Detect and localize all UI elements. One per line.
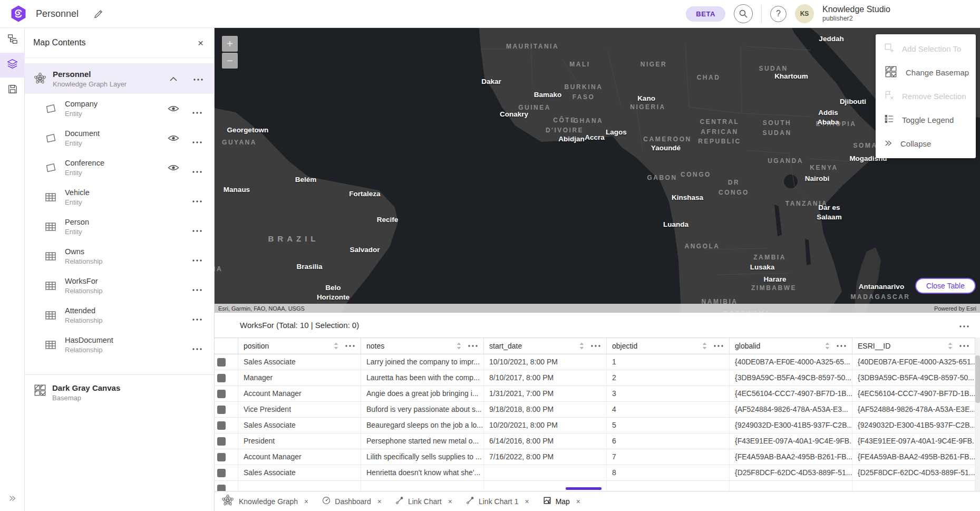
close-tab-icon[interactable]: × (304, 498, 308, 505)
layer-row-vehicle[interactable]: VehicleEntity (25, 182, 214, 212)
row-checkbox[interactable] (217, 406, 226, 414)
table-row[interactable]: Sales AssociateHenrietta doesn't know wh… (215, 465, 975, 481)
scrollbar-thumb[interactable] (975, 355, 980, 403)
search-button[interactable] (734, 4, 753, 23)
map-canvas[interactable]: MAURITANIAMALINIGERCHADSUDANBURKINA FASO… (215, 28, 980, 313)
sort-icon[interactable] (948, 342, 953, 350)
tab-map[interactable]: Map× (543, 496, 580, 507)
help-button[interactable]: ? (770, 6, 787, 22)
layer-row-owns[interactable]: OwnsRelationship (25, 242, 214, 271)
avatar[interactable]: KS (795, 4, 814, 23)
column-header-esri__id[interactable]: ESRI__ID (852, 338, 975, 354)
close-panel-icon[interactable]: × (198, 38, 203, 48)
layer-row-conference[interactable]: ConferenceEntity (25, 153, 214, 182)
table-header-row: positionnotesstart_dateobjectidglobalidE… (215, 338, 975, 354)
column-menu-icon[interactable] (836, 344, 847, 348)
column-header-notes[interactable]: notes (361, 338, 484, 354)
table-row[interactable]: Vice PresidentBuford is very passionate … (215, 402, 975, 418)
zoom-in-button[interactable]: + (222, 36, 238, 52)
column-menu-icon[interactable] (959, 344, 969, 348)
sort-icon[interactable] (825, 342, 830, 350)
layer-options-icon[interactable] (192, 255, 202, 264)
sort-icon[interactable] (334, 342, 338, 350)
table-row[interactable]: Account ManagerAngie does a great job br… (215, 386, 975, 402)
sort-icon[interactable] (579, 342, 584, 350)
zoom-out-button[interactable]: − (222, 53, 238, 69)
close-tab-icon[interactable]: × (576, 498, 580, 505)
rail-item-project[interactable] (0, 28, 25, 53)
layer-options-icon[interactable] (192, 284, 202, 294)
menu-item-change-basemap[interactable]: Change Basemap (876, 61, 976, 84)
layer-row-worksfor[interactable]: WorksForRelationship (25, 271, 214, 301)
row-checkbox[interactable] (217, 453, 226, 461)
row-checkbox[interactable] (217, 358, 226, 367)
visibility-eye-icon[interactable] (168, 134, 179, 144)
table-cell: 8/10/2017, 8:00 PM (484, 370, 607, 385)
rail-item-save[interactable] (0, 78, 25, 102)
column-header-globalid[interactable]: globalid (730, 338, 852, 354)
table-vertical-scrollbar[interactable] (975, 338, 980, 491)
row-checkbox[interactable] (217, 421, 226, 430)
tab-link-chart[interactable]: Link Chart× (395, 496, 452, 507)
table-row[interactable]: Sales AssociateBeauregard sleeps on the … (215, 418, 975, 433)
column-menu-icon[interactable] (468, 344, 478, 348)
table-row[interactable]: PresidentPersephone started new metal o.… (215, 433, 975, 449)
layer-row-person[interactable]: PersonEntity (25, 212, 214, 242)
group-options-icon[interactable] (193, 74, 203, 83)
table-cell: Henrietta doesn't know what she'... (361, 465, 484, 480)
column-menu-icon[interactable] (713, 344, 724, 348)
table-row[interactable]: ManagerLauretta has been with the comp..… (215, 370, 975, 386)
layer-row-attended[interactable]: AttendedRelationship (25, 301, 214, 330)
user-menu[interactable]: Knowledge Studio publisher2 (822, 4, 890, 23)
row-checkbox[interactable] (217, 485, 226, 491)
row-checkbox[interactable] (217, 374, 226, 382)
basemap-row[interactable]: Dark Gray Canvas Basemap (25, 375, 214, 402)
menu-item-toggle-legend[interactable]: Toggle Legend (876, 108, 976, 132)
rail-item-map-contents[interactable] (0, 53, 25, 78)
column-header-objectid[interactable]: objectid (607, 338, 730, 354)
table-cell (484, 465, 607, 480)
visibility-eye-icon[interactable] (168, 105, 179, 114)
table-icon (44, 309, 57, 322)
attribution-sources: Esri, Garmin, FAO, NOAA, USGS (218, 305, 305, 312)
column-header-start_date[interactable]: start_date (484, 338, 607, 354)
close-table-button[interactable]: Close Table (915, 278, 976, 294)
layer-options-icon[interactable] (192, 137, 202, 146)
tab-dashboard[interactable]: Dashboard× (322, 496, 382, 507)
layer-options-icon[interactable] (192, 343, 202, 353)
map-label-country: NIGERIA (630, 102, 666, 112)
close-tab-icon[interactable]: × (448, 498, 452, 505)
close-tab-icon[interactable]: × (525, 498, 529, 505)
visibility-eye-icon[interactable] (168, 164, 179, 173)
table-row[interactable]: Account ManagerLilith specifically sells… (215, 449, 975, 465)
sort-icon[interactable] (702, 342, 707, 350)
edit-title-pencil-icon[interactable] (93, 9, 103, 19)
tab-knowledge-graph[interactable]: Knowledge Graph× (221, 494, 308, 509)
layer-group-personnel[interactable]: Personnel Knowledge Graph Layer (25, 63, 214, 94)
layer-options-icon[interactable] (192, 314, 202, 323)
expand-rail-button[interactable] (0, 489, 25, 508)
layer-row-hasdocument[interactable]: HasDocumentRelationship (25, 330, 214, 360)
tab-link-chart-1[interactable]: Link Chart 1× (466, 496, 529, 507)
column-menu-icon[interactable] (345, 344, 355, 348)
row-checkbox[interactable] (217, 437, 226, 446)
column-header-position[interactable]: position (238, 338, 361, 354)
layer-options-icon[interactable] (192, 166, 202, 176)
row-checkbox[interactable] (217, 390, 226, 398)
collapse-group-chevron-icon[interactable] (170, 74, 177, 83)
layer-row-company[interactable]: CompanyEntity (25, 94, 214, 123)
layer-row-document[interactable]: DocumentEntity (25, 123, 214, 153)
table-row[interactable]: Sales AssociateLarry joined the company … (215, 354, 975, 370)
row-checkbox[interactable] (217, 469, 226, 477)
table-cell: Angie does a great job bringing i... (361, 386, 484, 401)
sort-icon[interactable] (457, 342, 461, 350)
document-title: Personnel (36, 8, 79, 20)
layer-options-icon[interactable] (192, 225, 202, 235)
column-menu-icon[interactable] (590, 344, 601, 348)
table-horizontal-scroll-thumb[interactable] (566, 487, 601, 490)
table-options-icon[interactable] (959, 321, 969, 330)
close-tab-icon[interactable]: × (377, 498, 382, 505)
layer-options-icon[interactable] (192, 196, 202, 205)
layer-options-icon[interactable] (192, 107, 202, 117)
menu-item-collapse[interactable]: Collapse (876, 132, 976, 156)
